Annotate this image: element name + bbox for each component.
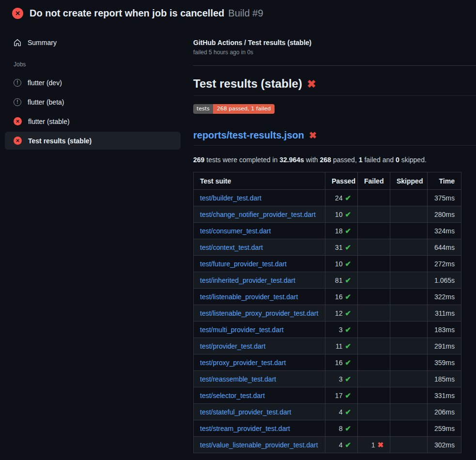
- skipped-cell: [390, 420, 428, 437]
- sidebar-job-item[interactable]: ✕Test results (stable): [5, 132, 181, 150]
- table-body: test/builder_test.dart24✔375mstest/chang…: [194, 190, 461, 453]
- tests-summary-text: 269 tests were completed in 32.964s with…: [193, 156, 476, 164]
- skipped-cell: [390, 371, 428, 387]
- suite-link[interactable]: test/reassemble_test.dart: [200, 375, 276, 383]
- passed-cell: 3✔: [325, 371, 358, 387]
- suite-cell: test/change_notifier_provider_test.dart: [194, 206, 325, 223]
- table-row: test/inherited_provider_test.dart81✔1.06…: [194, 272, 461, 289]
- table-row: test/stream_provider_test.dart8✔259ms: [194, 420, 461, 437]
- sidebar-item-summary[interactable]: Summary: [5, 33, 181, 51]
- check-icon: ✔: [345, 441, 351, 449]
- time-cell: 259ms: [428, 420, 461, 437]
- check-icon: ✔: [345, 227, 351, 235]
- report-file-link[interactable]: reports/test-results.json: [193, 130, 304, 140]
- summary-number: 269: [193, 156, 204, 164]
- skipped-cell: [390, 190, 428, 206]
- time-cell: 322ms: [428, 289, 461, 305]
- skipped-cell: [390, 354, 428, 371]
- home-icon: [14, 39, 21, 46]
- table-row: test/builder_test.dart24✔375ms: [194, 190, 461, 206]
- sidebar-job-label: flutter (dev): [28, 79, 62, 87]
- failed-cell: [358, 190, 390, 206]
- passed-cell: 81✔: [325, 272, 358, 289]
- passed-cell: 10✔: [325, 256, 358, 272]
- passed-cell: 18✔: [325, 223, 358, 239]
- suite-link[interactable]: test/listenable_proxy_provider_test.dart: [200, 309, 318, 317]
- skipped-cell: [390, 223, 428, 239]
- badge-label: tests: [193, 104, 213, 114]
- table-row: test/context_test.dart31✔644ms: [194, 239, 461, 256]
- time-cell: 280ms: [428, 206, 461, 223]
- passed-cell: 8✔: [325, 420, 358, 437]
- failed-cell: [358, 322, 390, 338]
- suite-link[interactable]: test/stateful_provider_test.dart: [200, 408, 291, 416]
- skipped-cell: [390, 404, 428, 420]
- suite-link[interactable]: test/listenable_provider_test.dart: [200, 293, 298, 301]
- passed-cell-value: 12: [335, 309, 343, 317]
- table-row: test/stateful_provider_test.dart4✔206ms: [194, 404, 461, 420]
- check-icon: ✔: [345, 424, 351, 432]
- failed-cell: [358, 338, 390, 354]
- column-header-skipped: Skipped: [390, 172, 428, 190]
- passed-cell-value: 4: [339, 408, 343, 416]
- x-circle-fill-icon: ✕: [14, 117, 22, 125]
- suite-cell: test/future_provider_test.dart: [194, 256, 325, 272]
- jobs-section-label: Jobs: [14, 61, 185, 68]
- suite-cell: test/selector_test.dart: [194, 387, 325, 404]
- time-cell: 183ms: [428, 322, 461, 338]
- sidebar-job-item[interactable]: !flutter (beta): [5, 93, 181, 111]
- alert-circle-icon: !: [14, 98, 21, 106]
- time-cell: 302ms: [428, 437, 461, 453]
- passed-cell-value: 24: [335, 194, 343, 202]
- passed-cell: 10✔: [325, 206, 358, 223]
- passed-cell-value: 81: [335, 276, 343, 284]
- time-cell: 375ms: [428, 190, 461, 206]
- suite-link[interactable]: test/future_provider_test.dart: [200, 260, 287, 268]
- sidebar: Summary Jobs !flutter (dev)!flutter (bet…: [0, 26, 185, 151]
- passed-cell: 24✔: [325, 190, 358, 206]
- passed-cell-value: 3: [339, 326, 343, 334]
- check-icon: ✔: [345, 243, 351, 251]
- time-cell: 272ms: [428, 256, 461, 272]
- summary-number: 1: [359, 156, 363, 164]
- suite-cell: test/stream_provider_test.dart: [194, 420, 325, 437]
- suite-link[interactable]: test/selector_test.dart: [200, 392, 265, 399]
- sidebar-job-item[interactable]: !flutter (dev): [5, 74, 181, 92]
- check-icon: ✔: [345, 342, 351, 350]
- sidebar-job-item[interactable]: ✕flutter (stable): [5, 112, 181, 130]
- suite-link[interactable]: test/consumer_test.dart: [200, 227, 271, 235]
- suite-link[interactable]: test/multi_provider_test.dart: [200, 326, 284, 334]
- passed-cell: 12✔: [325, 305, 358, 322]
- suite-link[interactable]: test/inherited_provider_test.dart: [200, 276, 295, 284]
- sidebar-job-label: Test results (stable): [28, 137, 92, 145]
- table-header-row: Test suitePassedFailedSkippedTime: [194, 172, 461, 190]
- suite-cell: test/multi_provider_test.dart: [194, 322, 325, 338]
- suite-link[interactable]: test/change_notifier_provider_test.dart: [200, 211, 316, 218]
- suite-cell: test/proxy_provider_test.dart: [194, 354, 325, 371]
- suite-link[interactable]: test/value_listenable_provider_test.dart: [200, 441, 318, 449]
- build-number: Build #9: [228, 8, 263, 19]
- suite-link[interactable]: test/builder_test.dart: [200, 194, 261, 202]
- passed-cell: 16✔: [325, 354, 358, 371]
- check-icon: ✔: [345, 358, 351, 367]
- table-row: test/proxy_provider_test.dart16✔359ms: [194, 354, 461, 371]
- summary-number: 0: [396, 156, 399, 164]
- column-header-passed: Passed: [325, 172, 358, 190]
- suite-link[interactable]: test/stream_provider_test.dart: [200, 425, 290, 432]
- suite-link[interactable]: test/proxy_provider_test.dart: [200, 359, 286, 367]
- failed-x-icon: ✖: [307, 78, 316, 90]
- skipped-cell: [390, 206, 428, 223]
- passed-cell-value: 16: [335, 293, 343, 301]
- passed-cell-value: 10: [335, 211, 343, 218]
- sidebar-job-label: flutter (beta): [28, 98, 64, 106]
- section-title-text: Test results (stable): [193, 77, 302, 90]
- passed-cell: 17✔: [325, 387, 358, 404]
- suite-link[interactable]: test/context_test.dart: [200, 244, 263, 251]
- suite-cell: test/reassemble_test.dart: [194, 371, 325, 387]
- check-icon: ✔: [345, 325, 351, 334]
- column-header-test-suite: Test suite: [194, 172, 325, 190]
- time-cell: 324ms: [428, 223, 461, 239]
- breadcrumb: GitHub Actions / Test results (stable): [193, 39, 476, 46]
- suite-link[interactable]: test/provider_test.dart: [200, 342, 265, 350]
- table-row: test/listenable_provider_test.dart16✔322…: [194, 289, 461, 305]
